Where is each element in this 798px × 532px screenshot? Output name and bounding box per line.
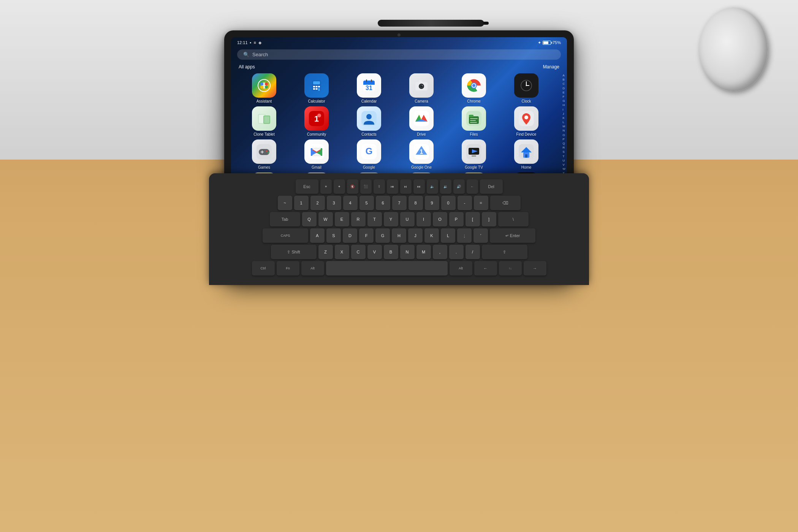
key-space[interactable]	[326, 261, 448, 276]
alpha-t[interactable]: T	[562, 154, 565, 158]
alpha-b[interactable]: B	[562, 78, 565, 82]
key-8[interactable]: 8	[408, 196, 423, 210]
key-s[interactable]: S	[326, 228, 341, 243]
key-alt-right[interactable]: Alt	[450, 261, 472, 276]
key-p[interactable]: P	[449, 212, 464, 226]
key-f[interactable]: F	[359, 228, 374, 243]
key-2[interactable]: 2	[310, 196, 325, 210]
app-item-camera[interactable]: Camera	[396, 73, 447, 103]
key-vol-up[interactable]: 🔊	[453, 179, 465, 194]
key-o[interactable]: O	[433, 212, 447, 226]
key-ctrl[interactable]: Ctrl	[252, 261, 275, 276]
alpha-l[interactable]: L	[562, 120, 565, 124]
key-m[interactable]: M	[416, 245, 431, 259]
key-v[interactable]: V	[367, 245, 382, 259]
key-rotate[interactable]: ⇧	[374, 179, 385, 194]
alpha-a[interactable]: A	[562, 73, 565, 78]
key-vol-mute[interactable]: 🔈	[427, 179, 438, 194]
key-prev-track[interactable]: ⏮	[387, 179, 398, 194]
key-g[interactable]: G	[375, 228, 390, 243]
key-screenshot[interactable]: ⬛	[360, 179, 372, 194]
key-mute[interactable]: 🔇	[347, 179, 358, 194]
key-c[interactable]: C	[351, 245, 366, 259]
app-item-google-tv[interactable]: Google TV	[448, 139, 499, 169]
key-x[interactable]: X	[335, 245, 349, 259]
alpha-o[interactable]: O	[562, 133, 565, 137]
alpha-c[interactable]: C	[562, 82, 565, 86]
alpha-d[interactable]: D	[562, 86, 565, 90]
app-item-clock[interactable]: Clock	[501, 73, 552, 103]
key-shift-left[interactable]: ⇧ Shift	[271, 245, 317, 259]
app-item-gmail[interactable]: Gmail	[291, 139, 342, 169]
key-bracket-left[interactable]: [	[466, 212, 480, 226]
key-brightness-down[interactable]: ✶	[320, 179, 332, 194]
key-tilde[interactable]: ~	[278, 196, 292, 210]
key-caps[interactable]: CAPS	[263, 228, 308, 243]
key-bracket-right[interactable]: ]	[482, 212, 496, 226]
key-4[interactable]: 4	[343, 196, 358, 210]
alpha-h[interactable]: H	[562, 103, 565, 107]
app-item-community[interactable]: 1 Community	[291, 106, 342, 136]
key-enter[interactable]: ↵ Enter	[490, 228, 535, 243]
alpha-i[interactable]: I	[562, 108, 565, 112]
alpha-u[interactable]: U	[562, 158, 565, 163]
key-j[interactable]: J	[408, 228, 423, 243]
alpha-r[interactable]: R	[562, 146, 565, 150]
key-next-track[interactable]: ⏭	[413, 179, 425, 194]
app-item-assistant[interactable]: Assistant	[239, 73, 290, 103]
key-fn-modifier[interactable]: Fn	[277, 261, 299, 276]
key-arrow-right[interactable]: →	[524, 261, 546, 276]
alpha-g[interactable]: G	[562, 99, 565, 103]
app-item-contacts[interactable]: Contacts	[344, 106, 394, 136]
alpha-q[interactable]: Q	[562, 141, 565, 146]
key-arrow-left[interactable]: ←	[474, 261, 497, 276]
app-item-calendar[interactable]: 31 Calendar	[344, 73, 394, 103]
key-vol-down[interactable]: 🔉	[440, 179, 451, 194]
key-e[interactable]: E	[335, 212, 349, 226]
key-tab[interactable]: Tab	[270, 212, 300, 226]
key-backspace[interactable]: ⌫	[490, 196, 521, 210]
app-item-google[interactable]: G Google	[344, 139, 394, 169]
alpha-index[interactable]: A B C D E F G H I J K L M N O	[562, 73, 565, 188]
key-back[interactable]: ←	[467, 179, 478, 194]
key-k[interactable]: K	[424, 228, 439, 243]
app-item-games[interactable]: Games	[239, 139, 290, 169]
key-7[interactable]: 7	[392, 196, 407, 210]
app-item-chrome[interactable]: Chrome	[448, 73, 499, 103]
key-q[interactable]: Q	[302, 212, 317, 226]
key-quote[interactable]: '	[473, 228, 488, 243]
key-t[interactable]: T	[367, 212, 382, 226]
alpha-v[interactable]: V	[562, 163, 565, 167]
alpha-j[interactable]: J	[562, 112, 565, 116]
app-item-home[interactable]: Home	[501, 139, 552, 169]
alpha-w[interactable]: W	[562, 167, 565, 171]
key-d[interactable]: D	[343, 228, 357, 243]
key-r[interactable]: R	[351, 212, 366, 226]
key-brightness-up[interactable]: ✦	[334, 179, 345, 194]
key-h[interactable]: H	[392, 228, 406, 243]
key-alt[interactable]: Alt	[301, 261, 324, 276]
key-minus[interactable]: -	[458, 196, 472, 210]
key-comma[interactable]: ,	[433, 245, 447, 259]
key-9[interactable]: 9	[425, 196, 439, 210]
alpha-f[interactable]: F	[562, 95, 565, 99]
key-3[interactable]: 3	[327, 196, 341, 210]
key-equals[interactable]: =	[474, 196, 488, 210]
key-u[interactable]: U	[400, 212, 415, 226]
key-5[interactable]: 5	[359, 196, 374, 210]
alpha-m[interactable]: M	[562, 124, 565, 128]
app-item-clone-tablet[interactable]: Clone Tablet	[239, 106, 290, 136]
key-slash[interactable]: /	[466, 245, 480, 259]
app-item-calculator[interactable]: Calculator	[291, 73, 342, 103]
app-item-files[interactable]: Files	[448, 106, 499, 136]
key-shift-right[interactable]: ⇧	[482, 245, 527, 259]
key-semicolon[interactable]: ;	[457, 228, 472, 243]
key-arrow-up-down[interactable]: ↑↓	[499, 261, 522, 276]
key-a[interactable]: A	[310, 228, 325, 243]
alpha-n[interactable]: N	[562, 128, 565, 133]
alpha-e[interactable]: E	[562, 90, 565, 95]
key-b[interactable]: B	[384, 245, 398, 259]
key-i[interactable]: I	[416, 212, 431, 226]
alpha-p[interactable]: P	[562, 137, 565, 141]
app-item-drive[interactable]: Drive	[396, 106, 447, 136]
